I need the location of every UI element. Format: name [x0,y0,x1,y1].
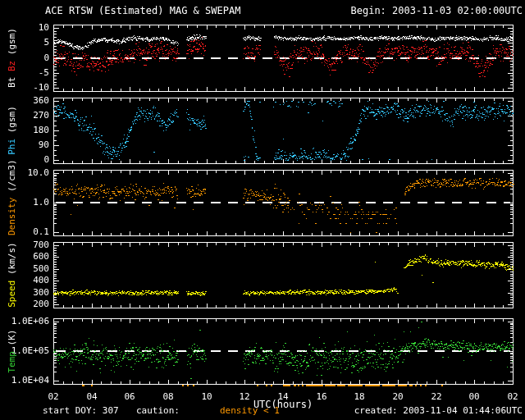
panel-swepam-temp-ylabel-part-0: Temp [7,351,17,373]
panel-mag-bt-bz-ylabel-part-1: Bz [7,61,17,71]
xtick-9-20: 20 [387,391,409,402]
xtick-11-00: 00 [463,391,485,402]
panel-mag-bt-bz-ylabel: Bt Bz (gsm) [7,25,17,91]
panel-mag-phi-ylabel: Phi (gsm) [7,98,17,163]
footer-start-doy: start DOY: 307 [43,405,119,416]
panel-swepam-speed-ylabel-part-1: (km/s) [7,242,17,280]
panel-swepam-speed-ylabel-part-0: Speed [7,281,17,308]
panel-swepam-density-ylabel-part-1: (/cm3) [7,159,17,197]
panel-mag-phi-ylabel-part-1: (gsm) [7,106,17,139]
footer-caution-label: caution: [136,405,180,416]
plot-canvas [0,0,525,420]
begin-timestamp: Begin: 2003-11-03 02:00:00UTC [350,5,523,16]
panel-swepam-temp-ylabel-part-1: (K) [7,330,17,352]
xtick-12-02: 02 [502,391,523,402]
panel-swepam-density-ylabel: Density (/cm3) [7,170,17,235]
panel-swepam-speed-ylabel: Speed (km/s) [7,242,17,308]
xtick-1-04: 04 [81,391,103,402]
panel-mag-bt-bz-ylabel-part-0: Bt [7,71,17,88]
xtick-0-02: 02 [43,391,64,402]
ace-rtsw-plot-screen: 1050-5-10Bt Bz (gsm)360270180900Phi (gsm… [0,0,525,420]
xtick-3-08: 08 [158,391,179,402]
xtick-10-22: 22 [426,391,447,402]
footer-created-timestamp: created: 2003-11-04 01:44:06UTC [354,405,523,416]
xtick-2-06: 06 [119,391,140,402]
panel-mag-bt-bz-ylabel-part-2: (gsm) [7,28,17,61]
plot-title: ACE RTSW (Estimated) MAG & SWEPAM [45,5,240,16]
panel-mag-phi-ylabel-part-0: Phi [7,139,17,155]
footer-caution-value: density < 1 [220,405,280,416]
panel-swepam-temp-ylabel: Temp (K) [7,318,17,384]
panel-swepam-density-ylabel-part-0: Density [7,198,17,235]
